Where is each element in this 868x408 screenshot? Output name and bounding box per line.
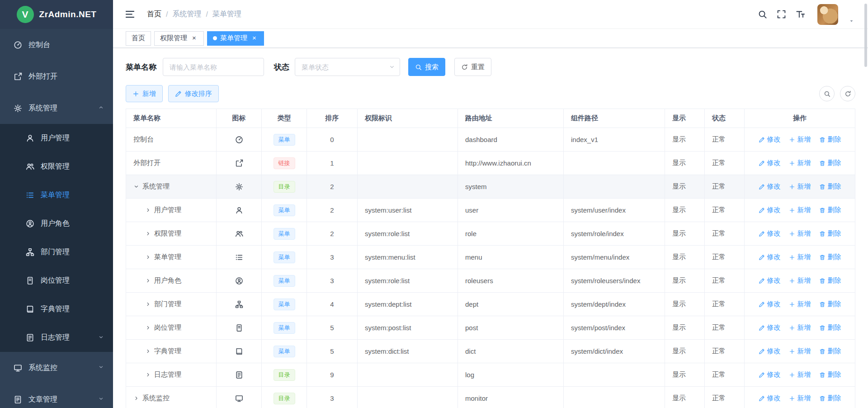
tab-close-icon[interactable]: × xyxy=(250,34,258,42)
sidebar-item-label: 系统监控 xyxy=(28,363,104,373)
status-select[interactable] xyxy=(295,58,400,76)
sidebar-item-menu[interactable]: 菜单管理 xyxy=(0,181,113,209)
sidebar-item-dashboard[interactable]: 控制台 xyxy=(0,29,113,61)
edit-row-button[interactable]: 修改 xyxy=(759,182,781,191)
add-row-button[interactable]: 新增 xyxy=(789,135,811,144)
delete-row-button[interactable]: 删除 xyxy=(819,159,841,167)
delete-row-button[interactable]: 删除 xyxy=(819,276,841,285)
tree-expand-chevron-right-icon[interactable] xyxy=(145,231,151,237)
plus-icon xyxy=(789,395,795,402)
sidebar-item-roleusers[interactable]: 用户角色 xyxy=(0,209,113,238)
sidebar-item-post[interactable]: 岗位管理 xyxy=(0,266,113,295)
edit-row-button[interactable]: 修改 xyxy=(759,159,781,167)
column-header: 类型 xyxy=(262,109,307,128)
delete-row-button-label: 删除 xyxy=(828,135,841,144)
add-row-button[interactable]: 新增 xyxy=(789,394,811,403)
cell-visible: 显示 xyxy=(665,316,705,340)
edit-row-button[interactable]: 修改 xyxy=(759,135,781,144)
app-logo[interactable]: V ZrAdmin.NET xyxy=(0,0,113,29)
delete-row-button[interactable]: 删除 xyxy=(819,394,841,403)
edit-row-button[interactable]: 修改 xyxy=(759,276,781,285)
caret-down-icon[interactable] xyxy=(849,18,854,24)
add-row-button[interactable]: 新增 xyxy=(789,229,811,238)
menu-name-input[interactable] xyxy=(163,58,264,76)
tab-menu[interactable]: 菜单管理× xyxy=(207,31,264,46)
cell-perms xyxy=(358,387,458,408)
delete-row-button[interactable]: 删除 xyxy=(819,229,841,238)
table-row: 部门管理菜单4system:dept:listdeptsystem/dept/i… xyxy=(126,293,855,316)
cell-visible: 显示 xyxy=(665,363,705,387)
edit-row-button[interactable]: 修改 xyxy=(759,323,781,332)
delete-row-button[interactable]: 删除 xyxy=(819,206,841,214)
sidebar-item-role[interactable]: 权限管理 xyxy=(0,152,113,181)
add-row-button[interactable]: 新增 xyxy=(789,347,811,356)
search-button[interactable]: 搜索 xyxy=(408,58,445,76)
table-search-button[interactable] xyxy=(819,86,835,101)
type-tag: 菜单 xyxy=(274,299,295,310)
edit-row-button[interactable]: 修改 xyxy=(759,394,781,403)
edit-row-button[interactable]: 修改 xyxy=(759,370,781,379)
add-row-button[interactable]: 新增 xyxy=(789,159,811,167)
delete-row-button[interactable]: 删除 xyxy=(819,253,841,261)
delete-row-button[interactable]: 删除 xyxy=(819,300,841,308)
tree-expand-chevron-right-icon[interactable] xyxy=(145,348,151,354)
reset-button[interactable]: 重置 xyxy=(454,58,491,76)
edit-row-button[interactable]: 修改 xyxy=(759,300,781,308)
add-row-button[interactable]: 新增 xyxy=(789,182,811,191)
tree-expand-chevron-right-icon[interactable] xyxy=(145,325,151,331)
tab-role[interactable]: 权限管理× xyxy=(154,31,204,46)
edit-row-button[interactable]: 修改 xyxy=(759,229,781,238)
table-refresh-button[interactable] xyxy=(840,86,855,101)
page-scrollbar[interactable] xyxy=(864,4,867,67)
avatar[interactable] xyxy=(817,4,838,25)
delete-row-button[interactable]: 删除 xyxy=(819,347,841,356)
breadcrumb-item[interactable]: 首页 xyxy=(147,9,161,19)
plus-icon xyxy=(789,160,795,166)
font-size-icon[interactable] xyxy=(796,9,805,19)
sidebar-item-article[interactable]: 文章管理 xyxy=(0,384,113,408)
add-row-button[interactable]: 新增 xyxy=(789,323,811,332)
tree-expand-chevron-down-icon[interactable] xyxy=(133,184,139,190)
menu-name-text: 部门管理 xyxy=(154,300,181,308)
tree-expand-chevron-right-icon[interactable] xyxy=(145,254,151,260)
edit-row-button[interactable]: 修改 xyxy=(759,206,781,214)
add-row-button[interactable]: 新增 xyxy=(789,300,811,308)
sidebar-item-monitor[interactable]: 系统监控 xyxy=(0,352,113,384)
edit-row-button[interactable]: 修改 xyxy=(759,347,781,356)
tab-close-icon[interactable]: × xyxy=(190,34,198,42)
add-row-button[interactable]: 新增 xyxy=(789,276,811,285)
tree-expand-chevron-right-icon[interactable] xyxy=(145,301,151,307)
cell-type: 菜单 xyxy=(262,222,307,246)
status-select-input[interactable] xyxy=(295,58,400,76)
sidebar-item-dict[interactable]: 字典管理 xyxy=(0,295,113,323)
tree-expand-chevron-right-icon[interactable] xyxy=(145,207,151,213)
edit-row-button[interactable]: 修改 xyxy=(759,253,781,261)
sidebar-item-log[interactable]: 日志管理 xyxy=(0,323,113,352)
breadcrumb-item[interactable]: 系统管理 xyxy=(172,9,201,19)
add-row-button[interactable]: 新增 xyxy=(789,370,811,379)
edit-row-button-label: 修改 xyxy=(767,347,781,356)
hamburger-icon[interactable] xyxy=(125,9,135,19)
delete-row-button[interactable]: 删除 xyxy=(819,135,841,144)
type-tag: 菜单 xyxy=(274,134,295,146)
tree-expand-chevron-right-icon[interactable] xyxy=(133,395,139,401)
sidebar-item-system[interactable]: 系统管理 xyxy=(0,92,113,124)
tab-home[interactable]: 首页 xyxy=(126,31,151,46)
menu-name-text: 字典管理 xyxy=(154,347,181,356)
add-row-button[interactable]: 新增 xyxy=(789,253,811,261)
table-row: 字典管理菜单5system:dict:listdictsystem/dict/i… xyxy=(126,340,855,363)
delete-row-button[interactable]: 删除 xyxy=(819,323,841,332)
delete-row-button[interactable]: 删除 xyxy=(819,370,841,379)
fullscreen-icon[interactable] xyxy=(777,9,786,19)
tree-expand-chevron-right-icon[interactable] xyxy=(145,278,151,284)
add-button[interactable]: 新增 xyxy=(126,85,163,102)
header-search-icon[interactable] xyxy=(758,9,767,19)
delete-row-button[interactable]: 删除 xyxy=(819,182,841,191)
sidebar-item-dept[interactable]: 部门管理 xyxy=(0,238,113,266)
refresh-icon xyxy=(461,64,468,71)
add-row-button[interactable]: 新增 xyxy=(789,206,811,214)
edit-sort-button[interactable]: 修改排序 xyxy=(168,85,219,102)
sidebar-item-user[interactable]: 用户管理 xyxy=(0,124,113,152)
tree-expand-chevron-right-icon[interactable] xyxy=(145,372,151,378)
sidebar-item-external[interactable]: 外部打开 xyxy=(0,61,113,92)
